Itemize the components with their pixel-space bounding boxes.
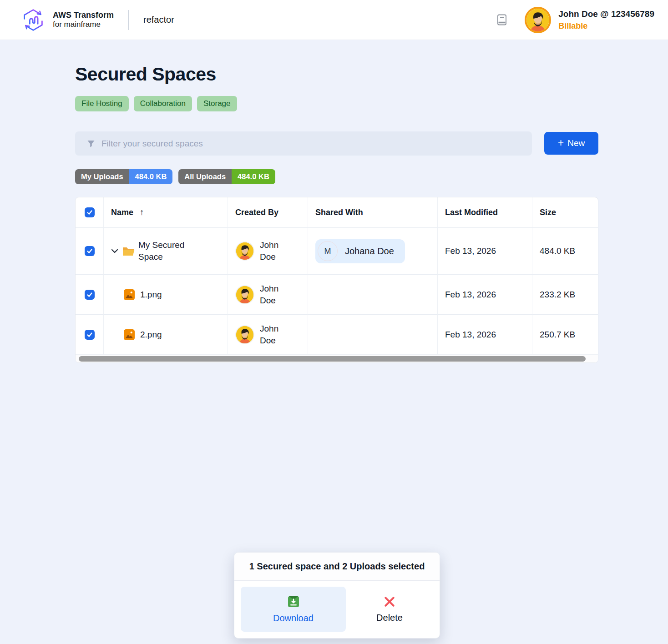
selection-summary: 1 Secured space and 2 Uploads selected bbox=[234, 553, 440, 581]
user-name: John Doe @ 123456789 bbox=[558, 8, 654, 20]
last-modified-value: Feb 13, 2026 bbox=[445, 290, 496, 300]
brand-divider bbox=[128, 10, 129, 30]
select-all-cell bbox=[76, 197, 104, 227]
image-file-icon bbox=[124, 289, 135, 300]
documentation-book-icon[interactable] bbox=[496, 14, 507, 26]
download-archive-icon bbox=[287, 595, 300, 609]
last-modified-header-label: Last Modified bbox=[445, 208, 498, 217]
created-by-header-label: Created By bbox=[235, 208, 278, 217]
shared-user-name: Johana Doe bbox=[345, 246, 394, 257]
aws-transform-logo-icon bbox=[21, 8, 46, 32]
column-header-created-by[interactable]: Created By bbox=[228, 197, 308, 227]
name-header-label: Name bbox=[111, 208, 133, 217]
shared-with-header-label: Shared With bbox=[315, 208, 363, 217]
table-row-created-by-cell: John Doe bbox=[228, 227, 308, 274]
table-row-checkbox-cell bbox=[76, 314, 104, 354]
brand-product-label: refactor bbox=[143, 15, 174, 25]
table-row-size-cell: 233.2 KB bbox=[532, 274, 598, 314]
table-row-created-by-cell: John Doe bbox=[228, 314, 308, 354]
horizontal-scrollbar-track[interactable] bbox=[76, 354, 598, 362]
billable-status-badge: Billable bbox=[558, 20, 654, 32]
table-row-created-by-cell: John Doe bbox=[228, 274, 308, 314]
delete-x-icon bbox=[383, 595, 396, 608]
last-modified-value: Feb 13, 2026 bbox=[445, 330, 496, 340]
top-bar: AWS Transform for mainframe refactor Joh… bbox=[0, 0, 668, 40]
table-row-shared-with-cell bbox=[308, 274, 438, 314]
table-row-last-modified-cell: Feb 13, 2026 bbox=[438, 314, 532, 354]
size-value: 233.2 KB bbox=[540, 290, 575, 300]
table-row-size-cell: 250.7 KB bbox=[532, 314, 598, 354]
table-row-name-cell[interactable]: 2.png bbox=[104, 314, 228, 354]
row-checkbox[interactable] bbox=[85, 290, 95, 300]
select-all-checkbox[interactable] bbox=[85, 207, 95, 217]
plus-icon: + bbox=[558, 138, 564, 148]
new-secured-space-button[interactable]: + New bbox=[544, 132, 598, 155]
horizontal-scrollbar-thumb[interactable] bbox=[79, 356, 586, 362]
creator-name: John Doe bbox=[260, 239, 286, 262]
new-button-label: New bbox=[567, 138, 585, 148]
brand-text: AWS Transform for mainframe bbox=[53, 10, 114, 29]
column-header-last-modified[interactable]: Last Modified bbox=[438, 197, 532, 227]
chevron-down-icon[interactable] bbox=[111, 249, 118, 253]
table-row-last-modified-cell: Feb 13, 2026 bbox=[438, 274, 532, 314]
creator-name: John Doe bbox=[260, 283, 286, 306]
file-name: 1.png bbox=[140, 290, 162, 300]
my-uploads-label: My Uploads bbox=[75, 169, 129, 184]
row-checkbox[interactable] bbox=[85, 330, 95, 340]
creator-avatar bbox=[235, 285, 254, 304]
my-uploads-badge: My Uploads 484.0 KB bbox=[75, 169, 172, 184]
tag-collaboration: Collaboration bbox=[134, 96, 192, 111]
tag-file-hosting: File Hosting bbox=[75, 96, 129, 111]
user-info: John Doe @ 123456789 Billable bbox=[558, 8, 654, 32]
filter-funnel-icon bbox=[87, 140, 95, 148]
my-uploads-value: 484.0 KB bbox=[129, 169, 173, 184]
filter-secured-spaces-input[interactable] bbox=[75, 131, 532, 156]
table-row-checkbox-cell bbox=[76, 227, 104, 274]
column-header-size[interactable]: Size bbox=[532, 197, 598, 227]
selection-action-panel: 1 Secured space and 2 Uploads selected D… bbox=[234, 552, 440, 639]
table-row-name-cell[interactable]: My Secured Space bbox=[104, 227, 228, 274]
folder-name: My Secured Space bbox=[138, 239, 197, 262]
brand: AWS Transform for mainframe refactor bbox=[21, 8, 174, 32]
table-row-shared-with-cell bbox=[308, 314, 438, 354]
size-value: 250.7 KB bbox=[540, 330, 575, 340]
download-label: Download bbox=[273, 613, 314, 624]
size-value: 484.0 KB bbox=[540, 246, 575, 256]
creator-avatar bbox=[235, 325, 254, 344]
column-header-shared-with[interactable]: Shared With bbox=[308, 197, 438, 227]
all-uploads-label: All Uploads bbox=[178, 169, 232, 184]
table-row-shared-with-cell: M Johana Doe bbox=[308, 227, 438, 274]
download-button[interactable]: Download bbox=[241, 587, 346, 632]
creator-name: John Doe bbox=[260, 323, 286, 346]
delete-label: Delete bbox=[376, 613, 403, 623]
shared-user-initial: M bbox=[318, 241, 338, 261]
secured-spaces-table: Name ↑ Created By Shared With Last Modif… bbox=[75, 197, 598, 363]
creator-avatar bbox=[235, 241, 254, 261]
usage-badges: My Uploads 484.0 KB All Uploads 484.0 KB bbox=[75, 169, 275, 184]
table-row-last-modified-cell: Feb 13, 2026 bbox=[438, 227, 532, 274]
brand-title: AWS Transform bbox=[53, 10, 114, 20]
table-row-size-cell: 484.0 KB bbox=[532, 227, 598, 274]
column-header-name[interactable]: Name ↑ bbox=[104, 197, 228, 227]
tag-storage: Storage bbox=[197, 96, 237, 111]
all-uploads-value: 484.0 KB bbox=[232, 169, 275, 184]
shared-user-chip[interactable]: M Johana Doe bbox=[315, 239, 405, 263]
file-name: 2.png bbox=[140, 330, 162, 340]
selection-actions: Download Delete bbox=[234, 581, 440, 638]
filter-bar bbox=[75, 131, 532, 156]
folder-icon bbox=[122, 246, 135, 257]
size-header-label: Size bbox=[540, 208, 556, 217]
table-row-checkbox-cell bbox=[76, 274, 104, 314]
image-file-icon bbox=[124, 329, 135, 340]
user-avatar[interactable] bbox=[525, 7, 551, 33]
page-title: Secured Spaces bbox=[75, 64, 216, 85]
table-row-name-cell[interactable]: 1.png bbox=[104, 274, 228, 314]
last-modified-value: Feb 13, 2026 bbox=[445, 246, 496, 256]
row-checkbox[interactable] bbox=[85, 246, 95, 256]
top-bar-right: John Doe @ 123456789 Billable bbox=[496, 7, 654, 33]
category-tags: File Hosting Collaboration Storage bbox=[75, 96, 237, 111]
secured-spaces-page: AWS Transform for mainframe refactor Joh… bbox=[0, 0, 668, 644]
delete-button[interactable]: Delete bbox=[346, 587, 433, 632]
sort-ascending-icon: ↑ bbox=[140, 207, 144, 217]
all-uploads-badge: All Uploads 484.0 KB bbox=[178, 169, 275, 184]
